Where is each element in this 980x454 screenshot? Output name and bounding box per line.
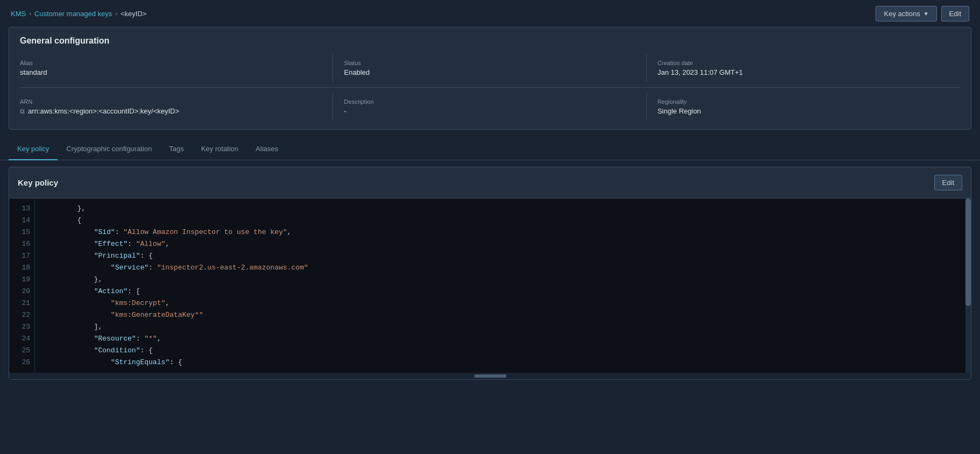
- code-line-16: "Effect": "Allow",: [44, 238, 971, 250]
- creation-date-cell: Creation date Jan 13, 2023 11:07 GMT+1: [647, 54, 960, 82]
- dropdown-arrow-icon: ▼: [923, 11, 929, 17]
- regionality-cell: Regionality Single Region: [647, 93, 960, 120]
- code-editor[interactable]: 13 14 15 16 17 18 19 20 21 22 23 24 25 2…: [9, 198, 971, 373]
- general-config-card: General configuration Alias standard Sta…: [9, 27, 971, 130]
- line-num-13: 13: [16, 203, 30, 215]
- creation-date-value: Jan 13, 2023 11:07 GMT+1: [658, 68, 949, 76]
- arn-cell: ARN ⧉ arn:aws:kms:<region>:<accountID>:k…: [20, 93, 333, 120]
- line-num-18: 18: [16, 262, 30, 274]
- policy-title: Key policy: [18, 178, 58, 187]
- arn-value: arn:aws:kms:<region>:<accountID>:key/<ke…: [28, 107, 179, 115]
- scrollbar-thumb: [965, 198, 971, 306]
- line-num-14: 14: [16, 215, 30, 226]
- top-actions: Key actions ▼ Edit: [876, 6, 969, 22]
- code-line-15: "Sid": "Allow Amazon Inspector to use th…: [44, 226, 971, 238]
- line-num-25: 25: [16, 345, 30, 357]
- code-lines: }, { "Sid": "Allow Amazon Inspector to u…: [35, 198, 971, 373]
- code-line-23: ],: [44, 321, 971, 333]
- breadcrumb-kms[interactable]: KMS: [11, 10, 26, 18]
- bottom-scrollbar-container: [9, 373, 971, 379]
- line-num-16: 16: [16, 238, 30, 250]
- line-num-26: 26: [16, 357, 30, 368]
- regionality-value: Single Region: [658, 107, 949, 115]
- line-num-17: 17: [16, 250, 30, 262]
- edit-button-top[interactable]: Edit: [941, 6, 969, 22]
- editor-scrollbar[interactable]: [965, 198, 971, 373]
- tab-tags[interactable]: Tags: [160, 138, 192, 160]
- code-line-14: {: [44, 215, 971, 226]
- code-line-24: "Resource": "*",: [44, 333, 971, 345]
- key-policy-section: Key policy Edit 13 14 15 16 17 18 19 20 …: [9, 167, 971, 380]
- arn-label: ARN: [20, 98, 322, 105]
- tabs-container: Key policy Cryptographic configuration T…: [0, 138, 980, 160]
- line-num-22: 22: [16, 309, 30, 321]
- bottom-scrollbar-thumb[interactable]: [474, 374, 506, 378]
- code-content: 13 14 15 16 17 18 19 20 21 22 23 24 25 2…: [9, 198, 971, 373]
- breadcrumb-sep-1: ›: [29, 10, 31, 17]
- copy-icon[interactable]: ⧉: [20, 108, 25, 115]
- code-line-26: "StringEquals": {: [44, 357, 971, 368]
- line-num-21: 21: [16, 297, 30, 309]
- code-line-21: "kms:Decrypt",: [44, 297, 971, 309]
- line-num-23: 23: [16, 321, 30, 333]
- description-cell: Description -: [333, 93, 646, 120]
- code-line-13: },: [44, 203, 971, 215]
- code-line-18: "Service": "inspector2.us-east-2.amazona…: [44, 262, 971, 274]
- top-nav: KMS › Customer managed keys › <keyID> Ke…: [0, 0, 980, 27]
- breadcrumb-customer-keys[interactable]: Customer managed keys: [34, 10, 112, 18]
- config-grid-row2: ARN ⧉ arn:aws:kms:<region>:<accountID>:k…: [20, 87, 960, 120]
- alias-value: standard: [20, 68, 322, 76]
- line-num-15: 15: [16, 226, 30, 238]
- tab-aliases[interactable]: Aliases: [247, 138, 287, 160]
- code-editor-container: 13 14 15 16 17 18 19 20 21 22 23 24 25 2…: [9, 198, 971, 379]
- status-cell: Status Enabled: [333, 54, 646, 82]
- line-numbers: 13 14 15 16 17 18 19 20 21 22 23 24 25 2…: [9, 198, 35, 373]
- general-config-title: General configuration: [20, 36, 960, 46]
- line-num-19: 19: [16, 274, 30, 286]
- creation-date-label: Creation date: [658, 60, 949, 66]
- code-line-20: "Action": [: [44, 286, 971, 297]
- policy-header: Key policy Edit: [9, 167, 971, 198]
- tab-cryptographic-config[interactable]: Cryptographic configuration: [58, 138, 160, 160]
- code-line-25: "Condition": {: [44, 345, 971, 357]
- key-actions-button[interactable]: Key actions ▼: [876, 6, 936, 22]
- key-actions-label: Key actions: [884, 10, 920, 18]
- status-label: Status: [344, 60, 635, 66]
- edit-policy-button[interactable]: Edit: [934, 175, 962, 190]
- code-line-22: "kms:GenerateDataKey*": [44, 309, 971, 321]
- description-label: Description: [344, 98, 635, 105]
- arn-value-container: ⧉ arn:aws:kms:<region>:<accountID>:key/<…: [20, 107, 322, 115]
- line-num-24: 24: [16, 333, 30, 345]
- line-num-20: 20: [16, 286, 30, 297]
- code-line-19: },: [44, 274, 971, 286]
- status-value: Enabled: [344, 68, 635, 76]
- tab-key-policy[interactable]: Key policy: [9, 138, 58, 160]
- code-line-17: "Principal": {: [44, 250, 971, 262]
- breadcrumb: KMS › Customer managed keys › <keyID>: [11, 10, 146, 18]
- breadcrumb-current: <keyID>: [121, 10, 146, 18]
- alias-cell: Alias standard: [20, 54, 333, 82]
- alias-label: Alias: [20, 60, 322, 66]
- breadcrumb-sep-2: ›: [115, 10, 117, 17]
- description-value: -: [344, 107, 635, 115]
- tab-key-rotation[interactable]: Key rotation: [193, 138, 247, 160]
- config-grid-row1: Alias standard Status Enabled Creation d…: [20, 54, 960, 82]
- regionality-label: Regionality: [658, 98, 949, 105]
